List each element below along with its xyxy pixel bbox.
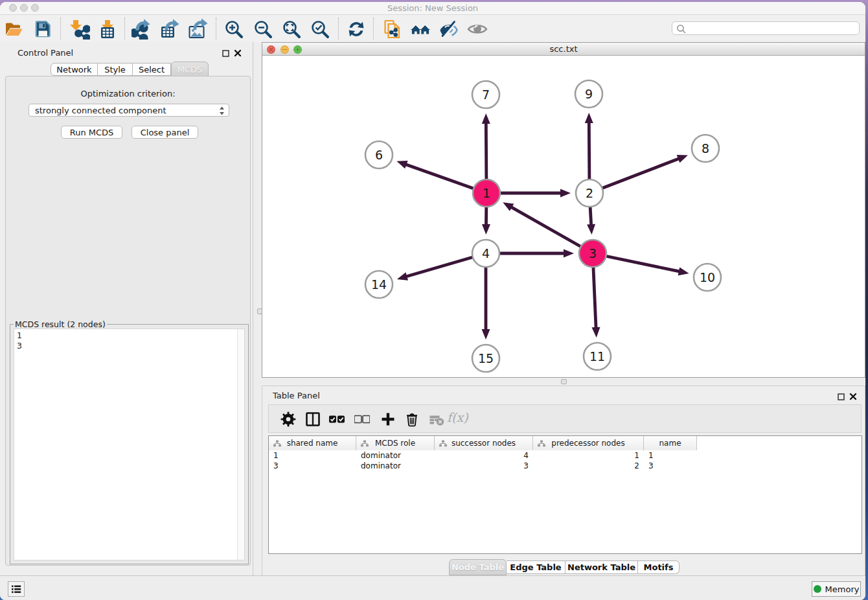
svg-text:7: 7 bbox=[482, 87, 490, 102]
mcds-result-scrollbar[interactable] bbox=[237, 329, 244, 560]
cell-MCDS-role: dominator bbox=[361, 451, 401, 460]
mcds-result-line: 3 bbox=[17, 341, 244, 351]
svg-text:3: 3 bbox=[589, 246, 597, 260]
memory-button[interactable]: Memory bbox=[812, 581, 861, 597]
float-panel-icon[interactable] bbox=[838, 393, 845, 400]
tab-edge-table[interactable]: Edge Table bbox=[507, 560, 565, 574]
tab-node-table[interactable]: Node Table bbox=[449, 559, 507, 575]
delete-row-icon[interactable] bbox=[404, 411, 420, 427]
mcds-result-text[interactable]: 13 bbox=[14, 329, 245, 560]
column-header-predecessor-nodes[interactable]: predecessor nodes bbox=[533, 436, 644, 450]
zoom-selected-icon[interactable] bbox=[310, 19, 330, 40]
apply-layout-icon[interactable] bbox=[346, 19, 367, 40]
svg-text:10: 10 bbox=[700, 270, 715, 284]
graph-node-2[interactable]: 2 bbox=[576, 179, 603, 207]
tab-motifs[interactable]: Motifs bbox=[638, 560, 680, 574]
status-bar: Memory bbox=[0, 575, 865, 600]
table-options-icon[interactable] bbox=[280, 411, 296, 427]
close-panel-button[interactable]: Close panel bbox=[131, 126, 198, 139]
graph-node-11[interactable]: 11 bbox=[584, 343, 611, 370]
tab-mcds[interactable]: MCDS bbox=[171, 62, 209, 77]
horizontal-split-grip[interactable] bbox=[561, 379, 567, 384]
edge-3-10[interactable] bbox=[593, 253, 689, 275]
import-table-icon[interactable] bbox=[97, 19, 118, 40]
graph-node-15[interactable]: 15 bbox=[472, 345, 499, 372]
home-view-icon[interactable] bbox=[410, 19, 431, 40]
criterion-dropdown[interactable]: strongly connected component bbox=[29, 104, 229, 117]
graph-node-6[interactable]: 6 bbox=[365, 141, 393, 168]
unselect-all-icon[interactable] bbox=[354, 411, 370, 427]
delete-table-icon[interactable] bbox=[429, 411, 444, 427]
window-titlebar: Session: New Session bbox=[0, 2, 865, 14]
cell-name: 3 bbox=[648, 461, 654, 470]
zoom-fit-icon[interactable] bbox=[281, 19, 302, 40]
zoom-in-icon[interactable] bbox=[223, 19, 244, 40]
mcds-result-group: MCDS result (2 nodes) 13 bbox=[10, 324, 249, 564]
memory-label: Memory bbox=[825, 584, 860, 594]
float-panel-icon[interactable] bbox=[222, 50, 229, 57]
open-session-icon[interactable] bbox=[4, 19, 25, 40]
svg-text:11: 11 bbox=[589, 349, 605, 363]
network-canvas[interactable]: 7 9 6 8 1 2 4 3 14 10 15 11 bbox=[262, 56, 865, 377]
task-history-button[interactable] bbox=[8, 581, 25, 597]
close-panel-icon[interactable] bbox=[234, 49, 242, 57]
column-header-successor-nodes[interactable]: successor nodes bbox=[435, 436, 533, 450]
column-header-shared-name[interactable]: shared name bbox=[269, 436, 356, 450]
hide-graphics-icon[interactable] bbox=[439, 19, 459, 40]
graph-node-1[interactable]: 1 bbox=[473, 179, 500, 207]
svg-text:6: 6 bbox=[375, 148, 383, 162]
export-table-icon[interactable] bbox=[159, 19, 179, 40]
import-network-icon[interactable] bbox=[69, 19, 90, 40]
tab-network-table[interactable]: Network Table bbox=[565, 560, 638, 574]
run-mcds-button[interactable]: Run MCDS bbox=[61, 126, 122, 139]
svg-text:8: 8 bbox=[702, 141, 709, 156]
close-panel-icon[interactable] bbox=[849, 393, 857, 400]
column-header-MCDS-role[interactable]: MCDS role bbox=[356, 436, 435, 450]
table-header-row: shared name MCDS role successor nodes pr… bbox=[269, 436, 697, 450]
table-row[interactable]: 1dominator411 bbox=[269, 450, 862, 461]
cell-shared-name: 1 bbox=[273, 451, 279, 460]
vertical-split-divider[interactable] bbox=[253, 42, 262, 575]
control-panel-title: Control Panel bbox=[17, 48, 73, 58]
graph-node-4[interactable]: 4 bbox=[472, 240, 499, 267]
svg-text:14: 14 bbox=[371, 277, 387, 292]
window-title: Session: New Session bbox=[0, 3, 865, 13]
graph-node-8[interactable]: 8 bbox=[692, 135, 719, 162]
function-builder-icon[interactable]: f(x) bbox=[447, 410, 468, 424]
export-image-icon[interactable] bbox=[187, 19, 208, 40]
export-network-icon[interactable] bbox=[131, 19, 152, 40]
criterion-value: strongly connected component bbox=[35, 106, 166, 115]
edge-2-8[interactable] bbox=[589, 155, 688, 193]
tab-network[interactable]: Network bbox=[51, 63, 98, 76]
save-session-icon[interactable] bbox=[32, 19, 53, 40]
search-input[interactable] bbox=[672, 21, 860, 35]
column-header-name[interactable]: name bbox=[644, 436, 697, 450]
tab-select[interactable]: Select bbox=[133, 63, 171, 76]
network-graph: 7 9 6 8 1 2 4 3 14 10 15 11 bbox=[262, 56, 865, 377]
table-row[interactable]: 3dominator323 bbox=[269, 461, 862, 471]
graph-node-14[interactable]: 14 bbox=[365, 271, 393, 298]
show-columns-icon[interactable] bbox=[305, 411, 321, 427]
mcds-result-title: MCDS result (2 nodes) bbox=[14, 319, 107, 329]
cell-predecessor-nodes: 1 bbox=[533, 451, 639, 460]
table-panel: Table Panel f(x) shared name MCDS role s… bbox=[262, 386, 865, 575]
select-all-icon[interactable] bbox=[329, 411, 345, 427]
mcds-result-lines: 13 bbox=[17, 330, 244, 351]
table-panel-buttons bbox=[838, 393, 857, 400]
horizontal-split-divider[interactable] bbox=[262, 378, 865, 386]
graph-node-10[interactable]: 10 bbox=[694, 264, 721, 291]
cell-shared-name: 3 bbox=[273, 461, 279, 470]
graph-node-7[interactable]: 7 bbox=[472, 81, 499, 108]
graph-node-3[interactable]: 3 bbox=[579, 240, 606, 267]
tab-style[interactable]: Style bbox=[98, 63, 133, 76]
add-row-icon[interactable] bbox=[380, 411, 396, 427]
network-file-icon[interactable] bbox=[382, 19, 403, 40]
graph-node-9[interactable]: 9 bbox=[575, 80, 602, 108]
toolbar-separator bbox=[338, 17, 339, 40]
edge-3-1[interactable] bbox=[503, 202, 593, 253]
show-graphics-icon[interactable] bbox=[467, 19, 488, 40]
svg-text:4: 4 bbox=[482, 246, 490, 260]
mcds-result-line: 1 bbox=[17, 330, 244, 341]
zoom-out-icon[interactable] bbox=[253, 19, 273, 40]
svg-text:1: 1 bbox=[483, 186, 490, 200]
